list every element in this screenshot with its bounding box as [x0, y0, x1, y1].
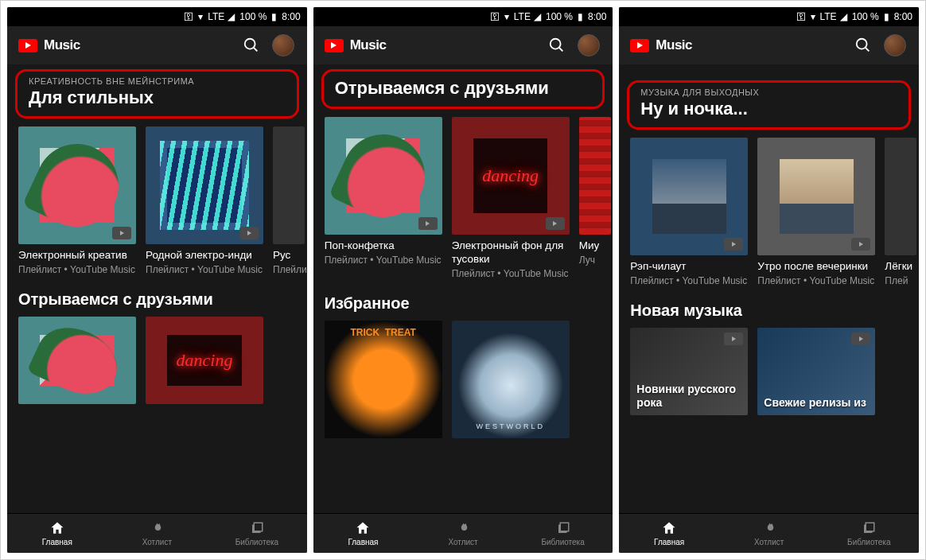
section-header-highlighted: КРЕАТИВНОСТЬ ВНЕ МЕЙНСТРИМА Для стильных	[15, 69, 299, 119]
card-subtitle: Плей	[885, 275, 908, 288]
key-icon: ⚿	[490, 11, 500, 22]
content-area[interactable]: КРЕАТИВНОСТЬ ВНЕ МЕЙНСТРИМА Для стильных…	[7, 64, 307, 513]
section-header: Отрываемся с друзьями	[7, 282, 307, 317]
phone-screen-2: ⚿ ▾ LTE◢ 100 % ▮ 8:00 Music Отрываемся с…	[313, 7, 613, 553]
home-icon	[355, 520, 371, 536]
album-art	[579, 117, 611, 235]
album-art: TRICK TREAT	[325, 321, 442, 438]
youtube-badge-icon	[851, 238, 870, 251]
youtube-logo-icon[interactable]	[630, 39, 649, 52]
card-title: Рэп-чилаут	[630, 260, 748, 274]
profile-button[interactable]	[576, 33, 601, 58]
playlist-carousel[interactable]: Электронный креатив Плейлист • YouTube M…	[7, 126, 307, 282]
app-name: Music	[44, 37, 80, 53]
playlist-card[interactable]: Рэп-чилаут Плейлист • YouTube Music	[630, 138, 748, 287]
album-carousel[interactable]: TRICK TREAT WESTWORLD	[313, 321, 613, 445]
flame-icon	[455, 520, 471, 536]
banner-title: Свежие релизы из	[764, 396, 866, 410]
playlist-card[interactable]: Родной электро-инди Плейлист • YouTube M…	[146, 126, 263, 276]
nav-hotlist[interactable]: Хотлист	[107, 514, 208, 553]
phone-screen-1: ⚿ ▾ LTE◢ 100 % ▮ 8:00 Music КРЕАТИВНОСТЬ…	[7, 7, 307, 553]
banner-carousel[interactable]: Новинки русского рока Свежие релизы из	[619, 328, 919, 415]
nav-home[interactable]: Главная	[7, 514, 107, 553]
card-subtitle: Плейлист • YouTube Music	[452, 268, 570, 281]
wifi-icon: ▾	[504, 11, 509, 22]
section-header-highlighted: Отрываемся с друзьями	[321, 69, 605, 109]
search-button[interactable]	[544, 33, 570, 58]
playlist-card-partial[interactable]: Миу Луч	[579, 117, 603, 280]
playlist-carousel[interactable]	[7, 317, 307, 410]
album-art	[885, 138, 916, 255]
youtube-badge-icon	[851, 332, 870, 345]
playlist-card[interactable]: Электронный фон для тусовки Плейлист • Y…	[452, 117, 570, 280]
playlist-card[interactable]: Электронный креатив Плейлист • YouTube M…	[18, 126, 136, 276]
wifi-icon: ▾	[811, 11, 815, 22]
svg-rect-3	[254, 523, 263, 531]
album-art	[146, 126, 263, 244]
nav-home[interactable]: Главная	[313, 514, 414, 553]
section-eyebrow: КРЕАТИВНОСТЬ ВНЕ МЕЙНСТРИМА	[29, 76, 286, 86]
playlist-carousel[interactable]: Поп-конфетка Плейлист • YouTube Music Эл…	[313, 117, 613, 286]
section-title: Для стильных	[29, 88, 286, 108]
search-icon	[854, 37, 872, 54]
network-indicator: LTE◢	[208, 11, 235, 22]
playlist-card[interactable]: Поп-конфетка Плейлист • YouTube Music	[325, 117, 442, 280]
nav-library[interactable]: Библиотека	[207, 514, 307, 553]
album-art	[18, 317, 136, 404]
search-button[interactable]	[850, 33, 876, 58]
status-bar: ⚿ ▾ LTE◢ 100 % ▮ 8:00	[7, 7, 307, 26]
nav-library[interactable]: Библиотека	[819, 514, 919, 553]
nav-hotlist[interactable]: Хотлист	[719, 514, 819, 553]
section-title: Отрываемся с друзьями	[335, 78, 592, 99]
card-subtitle: Плейлист • YouTube Music	[325, 255, 442, 267]
youtube-logo-icon[interactable]	[325, 39, 344, 52]
app-name: Music	[656, 37, 692, 53]
section-title: Избранное	[325, 294, 602, 313]
svg-rect-11	[866, 523, 875, 531]
card-title: Поп-конфетка	[325, 239, 442, 253]
svg-rect-7	[560, 523, 569, 531]
library-icon	[861, 520, 877, 536]
app-name: Music	[350, 37, 387, 53]
section-title: Новая музыка	[630, 301, 908, 320]
avatar-icon	[578, 34, 600, 56]
section-title: Ну и ночка...	[640, 99, 897, 119]
youtube-badge-icon	[546, 217, 565, 230]
svg-line-1	[253, 48, 257, 52]
card-title: Рус	[273, 249, 297, 262]
library-icon	[249, 520, 265, 536]
album-art	[18, 126, 136, 244]
content-area[interactable]: МУЗЫКА ДЛЯ ВЫХОДНЫХ Ну и ночка... Рэп-чи…	[619, 64, 919, 513]
battery-icon: ▮	[578, 11, 583, 22]
youtube-logo-icon[interactable]	[18, 39, 37, 52]
playlist-card[interactable]	[18, 317, 136, 404]
flame-icon	[761, 520, 777, 536]
playlist-card-partial[interactable]: Лёгки Плей	[885, 138, 908, 287]
svg-line-9	[866, 48, 870, 52]
playlist-card[interactable]: Утро после вечеринки Плейлист • YouTube …	[757, 138, 875, 287]
banner-card[interactable]: Новинки русского рока	[630, 328, 748, 415]
status-bar: ⚿ ▾ LTE◢ 100 % ▮ 8:00	[313, 7, 613, 26]
bottom-nav: Главная Хотлист Библиотека	[7, 513, 307, 553]
nav-library[interactable]: Библиотека	[513, 514, 613, 553]
card-title: Утро после вечеринки	[757, 260, 875, 274]
playlist-carousel[interactable]: Рэп-чилаут Плейлист • YouTube Music Утро…	[619, 138, 919, 294]
playlist-card-partial[interactable]: Рус Плейлист	[273, 126, 297, 276]
nav-home[interactable]: Главная	[619, 514, 719, 553]
search-button[interactable]	[239, 33, 264, 58]
album-card[interactable]: WESTWORLD	[452, 321, 570, 438]
banner-card[interactable]: Свежие релизы из	[757, 328, 875, 415]
album-card[interactable]: TRICK TREAT	[325, 321, 442, 438]
youtube-badge-icon	[239, 227, 259, 239]
battery-text: 100 %	[546, 11, 573, 22]
profile-button[interactable]	[882, 33, 908, 58]
profile-button[interactable]	[270, 33, 296, 58]
card-subtitle: Плейлист • YouTube Music	[18, 264, 136, 277]
album-art	[630, 138, 748, 255]
nav-hotlist[interactable]: Хотлист	[413, 514, 513, 553]
playlist-card[interactable]	[146, 317, 263, 404]
card-title: Родной электро-инди	[146, 249, 263, 262]
content-area[interactable]: Отрываемся с друзьями Поп-конфетка Плейл…	[313, 64, 613, 513]
bottom-nav: Главная Хотлист Библиотека	[313, 513, 613, 553]
card-subtitle: Плейлист • YouTube Music	[630, 275, 748, 288]
